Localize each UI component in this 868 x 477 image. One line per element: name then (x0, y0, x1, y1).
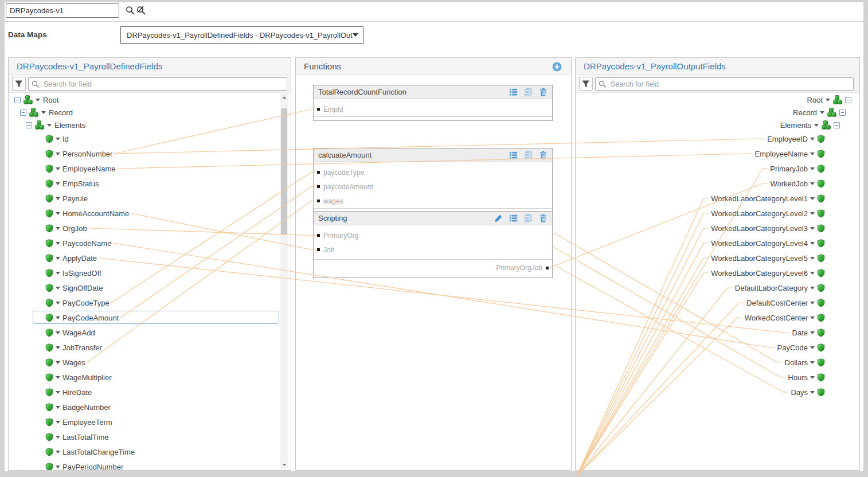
left-container-Record[interactable]: Record (9, 106, 291, 119)
chevron-down-icon[interactable] (56, 361, 60, 364)
chevron-down-icon[interactable] (810, 257, 815, 260)
left-field-WageMultiplier[interactable]: WageMultiplier (9, 370, 291, 385)
right-field-PrimaryJob[interactable]: PrimaryJob (576, 161, 859, 176)
chevron-down-icon[interactable] (56, 466, 60, 468)
list-icon[interactable] (509, 214, 518, 222)
chevron-down-icon[interactable] (56, 391, 60, 394)
left-field-LastTotalTime[interactable]: LastTotalTime (9, 429, 291, 444)
right-field-WorkedLaborCategoryLevel3[interactable]: WorkedLaborCategoryLevel3 (576, 221, 859, 236)
left-field-Id[interactable]: Id (9, 131, 291, 146)
left-field-EmpStatus[interactable]: EmpStatus (9, 176, 291, 191)
left-field-IsSignedOff[interactable]: IsSignedOff (9, 265, 291, 280)
input-port-marker[interactable] (317, 234, 320, 237)
input-port-row[interactable]: paycodeType (314, 165, 552, 179)
left-field-PayCodeType[interactable]: PayCodeType (9, 295, 291, 310)
right-field-WorkedCostCenter[interactable]: WorkedCostCenter (576, 310, 859, 325)
scrollbar-thumb[interactable] (281, 108, 287, 234)
output-port-marker[interactable] (546, 267, 549, 269)
right-container-Record[interactable]: Record (576, 106, 859, 119)
global-search-input[interactable] (6, 3, 119, 18)
left-field-Wages[interactable]: Wages (9, 355, 291, 370)
right-field-PayCode[interactable]: PayCode (576, 340, 859, 355)
left-panel-scrollbar[interactable] (280, 93, 288, 468)
right-field-EmployeeName[interactable]: EmployeeName (576, 146, 859, 161)
delete-icon[interactable] (539, 88, 548, 96)
input-port-marker[interactable] (317, 248, 320, 251)
collapse-expander-icon[interactable] (20, 110, 26, 116)
field-search-input[interactable] (28, 77, 287, 91)
left-field-HireDate[interactable]: HireDate (9, 385, 291, 400)
chevron-down-icon[interactable] (810, 272, 815, 275)
right-field-EmployeeID[interactable]: EmployeeID (576, 131, 859, 146)
left-field-JobTransfer[interactable]: JobTransfer (9, 340, 291, 355)
left-field-SignOffDate[interactable]: SignOffDate (9, 280, 291, 295)
chevron-down-icon[interactable] (810, 167, 815, 170)
chevron-down-icon[interactable] (56, 182, 60, 185)
left-field-EmployeeTerm[interactable]: EmployeeTerm (9, 415, 291, 429)
left-field-PayCodeAmount[interactable]: PayCodeAmount (9, 310, 291, 325)
chevron-down-icon[interactable] (820, 111, 824, 114)
function-box-header[interactable]: calcuateAmount (314, 148, 552, 162)
chevron-down-icon[interactable] (56, 287, 60, 290)
chevron-down-icon[interactable] (810, 227, 815, 230)
left-field-PaycodeName[interactable]: PaycodeName (9, 236, 291, 251)
left-field-OrgJob[interactable]: OrgJob (9, 221, 291, 236)
chevron-down-icon[interactable] (56, 272, 60, 275)
chevron-down-icon[interactable] (810, 316, 815, 319)
input-port-row[interactable]: paycodeAmount (314, 179, 552, 194)
input-port-row[interactable]: EmpId (314, 102, 552, 116)
function-box-header[interactable]: Scripting (314, 212, 552, 225)
output-port-row[interactable]: PrimaryOrgJob (314, 260, 552, 276)
left-field-PayPeriodNumber[interactable]: PayPeriodNumber (9, 459, 291, 471)
input-port-marker[interactable] (317, 171, 320, 174)
chevron-down-icon[interactable] (56, 138, 60, 140)
input-port-marker[interactable] (317, 108, 320, 111)
list-icon[interactable] (509, 88, 518, 96)
left-field-BadgeNumber[interactable]: BadgeNumber (9, 400, 291, 415)
chevron-down-icon[interactable] (56, 436, 60, 439)
chevron-down-icon[interactable] (56, 167, 60, 170)
chevron-down-icon[interactable] (810, 212, 815, 215)
chevron-down-icon[interactable] (810, 153, 815, 155)
left-field-Payrule[interactable]: Payrule (9, 191, 291, 206)
function-box-TotalRecordCountFunction[interactable]: TotalRecordCountFunctionEmpId (313, 85, 553, 121)
chevron-down-icon[interactable] (56, 376, 60, 379)
filter-funnel-button[interactable] (579, 77, 593, 91)
chevron-down-icon[interactable] (56, 153, 60, 155)
right-container-Root[interactable]: Root (576, 93, 859, 106)
chevron-down-icon[interactable] (810, 331, 815, 334)
copy-icon[interactable] (524, 88, 533, 96)
right-field-Date[interactable]: Date (576, 325, 859, 340)
right-field-Hours[interactable]: Hours (576, 370, 859, 385)
right-field-DefaultLaborCategory[interactable]: DefaultLaborCategory (576, 280, 859, 295)
chevron-down-icon[interactable] (810, 197, 815, 200)
scrollbar-up-button[interactable] (280, 93, 288, 101)
chevron-down-icon[interactable] (56, 302, 60, 304)
function-box-header[interactable]: TotalRecordCountFunction (314, 85, 552, 99)
chevron-down-icon[interactable] (826, 99, 830, 101)
chevron-down-icon[interactable] (810, 361, 815, 364)
chevron-down-icon[interactable] (56, 227, 60, 230)
chevron-down-icon[interactable] (56, 257, 60, 260)
collapse-expander-icon[interactable] (834, 122, 840, 128)
left-field-LastTotalChangeTime[interactable]: LastTotalChangeTime (9, 444, 291, 459)
right-field-WorkedLaborCategoryLevel6[interactable]: WorkedLaborCategoryLevel6 (576, 265, 859, 280)
field-search-input[interactable] (595, 77, 854, 91)
chevron-down-icon[interactable] (810, 287, 815, 290)
delete-icon[interactable] (539, 151, 548, 159)
right-field-WorkedLaborCategoryLevel2[interactable]: WorkedLaborCategoryLevel2 (576, 206, 859, 221)
data-maps-select[interactable]: DRPaycodes-v1_PayrollDefinedFields - DRP… (120, 26, 363, 44)
right-field-WorkedLaborCategoryLevel4[interactable]: WorkedLaborCategoryLevel4 (576, 236, 859, 251)
chevron-down-icon[interactable] (56, 212, 60, 215)
chevron-down-icon[interactable] (810, 391, 815, 394)
scrollbar-down-button[interactable] (280, 461, 288, 468)
right-field-Days[interactable]: Days (576, 385, 859, 400)
left-field-WageAdd[interactable]: WageAdd (9, 325, 291, 340)
add-function-button[interactable] (552, 62, 562, 72)
chevron-down-icon[interactable] (810, 346, 815, 349)
left-field-HomeAccountName[interactable]: HomeAccountName (9, 206, 291, 221)
filter-funnel-button[interactable] (12, 77, 26, 91)
chevron-down-icon[interactable] (56, 331, 60, 334)
collapse-expander-icon[interactable] (14, 97, 21, 103)
right-container-Elements[interactable]: Elements (576, 119, 859, 131)
